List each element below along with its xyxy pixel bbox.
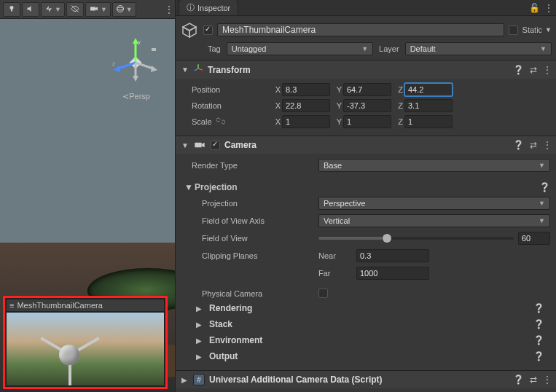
perspective-label[interactable]: ≺Persp (122, 92, 150, 101)
help-icon[interactable]: ❔ (533, 319, 544, 329)
near-field[interactable] (356, 249, 429, 262)
svg-rect-24 (195, 143, 201, 148)
constrain-proportions-icon[interactable] (216, 117, 225, 127)
position-z-field[interactable] (404, 83, 453, 96)
gameobject-active-checkbox[interactable] (203, 26, 213, 35)
help-icon[interactable]: ❔ (513, 375, 524, 385)
tag-value: Untagged (232, 44, 267, 53)
foldout-down-icon: ▼ (181, 66, 189, 74)
near-label: Near (318, 251, 352, 260)
fov-label: Field of View (181, 234, 318, 243)
scale-y-field[interactable] (343, 115, 391, 128)
projection-dropdown[interactable]: Perspective ▼ (318, 197, 550, 210)
scene-camera-dropdown[interactable]: ▼ (85, 2, 111, 17)
foldout-stack[interactable]: ▶ Stack ❔ (181, 316, 550, 332)
globe-icon (116, 4, 125, 15)
render-type-value: Base (324, 161, 342, 170)
component-options-icon[interactable]: ⋮ (543, 65, 550, 75)
preset-icon[interactable]: ⇄ (530, 140, 537, 150)
foldout-down-icon[interactable]: ▼ (181, 182, 195, 192)
svg-marker-5 (95, 7, 98, 10)
axis-y-label: y (138, 39, 141, 45)
camera-preview-title: MeshThumbnailCamera (17, 301, 102, 310)
render-type-label: Render Type (181, 161, 318, 170)
foldout-environment-label: Environment (209, 335, 262, 345)
transform-header[interactable]: ▼ Transform ❔ ⇄ ⋮ (176, 60, 556, 79)
preset-icon[interactable]: ⇄ (530, 375, 537, 385)
foldout-right-icon: ▶ (196, 353, 203, 361)
position-y-field[interactable] (343, 83, 391, 96)
projection-label: Projection (181, 199, 318, 208)
fov-slider[interactable] (318, 237, 514, 240)
layer-value: Default (410, 44, 436, 53)
far-label: Far (318, 269, 352, 278)
help-icon[interactable]: ❔ (533, 303, 544, 313)
component-options-icon[interactable]: ⋮ (543, 375, 550, 385)
info-icon: ⓘ (187, 2, 195, 13)
scene-view-panel: ▼ ▼ ▼ ⋮ (0, 0, 175, 392)
preset-icon[interactable]: ⇄ (530, 65, 537, 75)
urp-header[interactable]: ▶ # Universal Additional Camera Data (Sc… (176, 371, 556, 388)
component-transform: ▼ Transform ❔ ⇄ ⋮ Position X Y Z (176, 60, 556, 136)
camera-enabled-checkbox[interactable] (211, 141, 220, 150)
tag-dropdown[interactable]: Untagged ▼ (227, 42, 373, 55)
scene-light-toggle[interactable] (3, 2, 20, 17)
scene-audio-toggle[interactable] (22, 2, 39, 17)
help-icon[interactable]: ❔ (533, 335, 544, 345)
tab-inspector[interactable]: ⓘ Inspector (179, 0, 238, 15)
svg-marker-14 (151, 66, 157, 72)
foldout-stack-label: Stack (209, 319, 232, 329)
gameobject-name-field[interactable] (217, 23, 504, 36)
help-icon[interactable]: ❔ (533, 351, 544, 361)
scene-options-icon[interactable]: ⋮ (165, 4, 172, 15)
component-camera: ▼ Camera ❔ ⇄ ⋮ Render Type Base (176, 136, 556, 370)
render-type-dropdown[interactable]: Base ▼ (318, 159, 550, 172)
orientation-gizmo[interactable]: y z (109, 36, 160, 87)
scene-fx-dropdown[interactable]: ▼ (41, 2, 65, 17)
rotation-x-field[interactable] (282, 99, 330, 112)
svg-rect-4 (90, 7, 95, 10)
help-icon[interactable]: ❔ (539, 182, 550, 192)
foldout-rendering[interactable]: ▶ Rendering ❔ (181, 300, 550, 316)
foldout-right-icon: ▶ (196, 321, 203, 329)
static-label: Static (522, 26, 543, 34)
static-checkbox[interactable] (509, 26, 518, 35)
projection-header[interactable]: Projection (195, 182, 238, 192)
scale-z-field[interactable] (404, 115, 453, 128)
scene-gizmos-dropdown[interactable]: ▼ (112, 2, 136, 17)
component-options-icon[interactable]: ⋮ (543, 140, 550, 150)
position-x-field[interactable] (282, 83, 330, 96)
foldout-output[interactable]: ▶ Output ❔ (181, 348, 550, 364)
static-dropdown[interactable]: Static ▼ (522, 26, 552, 34)
camera-icon (193, 139, 206, 151)
physical-camera-checkbox[interactable] (318, 289, 328, 298)
gameobject-header: Static ▼ (176, 16, 556, 42)
speaker-icon (26, 4, 35, 15)
lock-icon[interactable]: 🔓 (529, 3, 540, 13)
scene-viewport[interactable]: y z ≺Persp ≡ MeshThumbnailCamera (0, 19, 175, 392)
layer-dropdown[interactable]: Default ▼ (405, 42, 552, 55)
eye-off-icon (70, 4, 80, 15)
fov-field[interactable] (518, 232, 550, 245)
hamburger-icon: ≡ (9, 301, 14, 310)
position-label: Position (181, 85, 269, 94)
clipping-planes-label: Clipping Planes (181, 251, 318, 260)
gameobject-icon[interactable] (180, 20, 199, 39)
rotation-z-field[interactable] (404, 99, 453, 112)
layer-label: Layer (379, 44, 399, 53)
foldout-environment[interactable]: ▶ Environment ❔ (181, 332, 550, 348)
camera-header[interactable]: ▼ Camera ❔ ⇄ ⋮ (176, 136, 556, 154)
inspector-options-icon[interactable]: ⋮ (544, 3, 552, 13)
foldout-rendering-label: Rendering (209, 303, 252, 313)
far-field[interactable] (356, 267, 429, 280)
rotation-y-field[interactable] (343, 99, 391, 112)
scene-visibility-toggle[interactable] (66, 2, 84, 17)
help-icon[interactable]: ❔ (513, 65, 524, 75)
physical-camera-label: Physical Camera (181, 289, 318, 298)
scale-x-field[interactable] (282, 115, 330, 128)
camera-preview-overlay[interactable]: ≡ MeshThumbnailCamera (3, 296, 168, 389)
chevron-down-icon: ▼ (55, 6, 61, 13)
script-icon: # (193, 374, 205, 385)
help-icon[interactable]: ❔ (513, 140, 524, 150)
fov-axis-dropdown[interactable]: Vertical ▼ (318, 214, 550, 227)
